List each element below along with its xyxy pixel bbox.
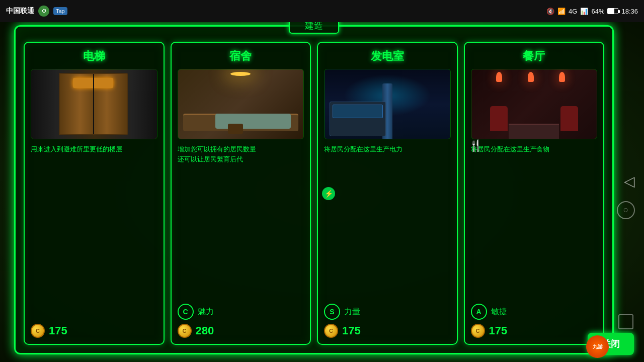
elevator-card[interactable]: 电梯 用来进入到避难所里更低的楼层 C 175 [24, 42, 165, 345]
time-display: 18:36 [621, 8, 638, 15]
power-image [324, 69, 451, 139]
elevator-seam [93, 74, 94, 134]
build-dialog: 建造 电梯 用来进入到避难所里更低的楼层 C 175 宿舍 [14, 25, 614, 354]
dormitory-stat: C 魅力 [178, 304, 304, 320]
power-stat-label: 力量 [344, 307, 360, 317]
dormitory-price: C 280 [178, 324, 304, 338]
cafeteria-price-value: 175 [489, 324, 508, 337]
elevator-door [59, 73, 128, 135]
cards-container: 电梯 用来进入到避难所里更低的楼层 C 175 宿舍 增加您可以拥有的居民数量 … [16, 27, 612, 353]
cafeteria-card[interactable]: 餐厅 🍴 将居民分配在这里生产食物 A 敏捷 C 175 [464, 42, 605, 345]
elevator-description: 用来进入到避难所里更低的楼层 [31, 144, 157, 320]
power-price-value: 175 [342, 324, 361, 337]
power-stat-badge: S [324, 304, 340, 320]
status-right: 🔇 📶 4G 📊 64% 18:36 [546, 8, 638, 15]
cafe-seat-1 [490, 106, 508, 131]
recent-nav-icon[interactable] [618, 314, 633, 329]
tap-icon: Tap [53, 7, 67, 15]
cafeteria-stat-badge: A [471, 304, 487, 320]
jiuyou-logo: 九游 [586, 335, 609, 358]
coin-icon-elevator: C [31, 324, 45, 338]
battery-icon [607, 8, 618, 14]
fork-icon: 🍴 [469, 139, 482, 152]
cafeteria-title: 餐厅 [471, 49, 598, 64]
cafeteria-image [471, 69, 598, 139]
cafeteria-stat-label: 敏捷 [491, 307, 507, 317]
power-description: 将居民分配在这里生产电力 [324, 144, 451, 300]
power-price: C 175 [324, 324, 451, 338]
cafe-light-2 [528, 72, 534, 82]
dormitory-card[interactable]: 宿舍 增加您可以拥有的居民数量 还可以让居民繁育后代 C 魅力 C 280 [171, 42, 311, 345]
dormitory-title: 宿舍 [178, 49, 304, 64]
signal-bars-icon: 📊 [580, 8, 588, 15]
cafe-light-3 [559, 72, 565, 82]
jiuyou-logo-text: 九游 [593, 343, 603, 350]
power-card[interactable]: 发电室 ⚡ 将居民分配在这里生产电力 S 力量 C 175 [317, 42, 458, 345]
mute-icon: 🔇 [546, 8, 554, 15]
power-screen [333, 105, 383, 118]
cafeteria-stat: A 敏捷 [471, 304, 598, 320]
power-machine [330, 102, 386, 136]
dormitory-price-value: 280 [196, 324, 214, 337]
power-title: 发电室 [324, 49, 451, 64]
signal-label: 4G [569, 8, 577, 15]
wifi-icon: 📶 [557, 8, 566, 15]
dormitory-description: 增加您可以拥有的居民数量 还可以让居民繁育后代 [178, 144, 304, 300]
battery-percent: 64% [591, 8, 604, 15]
dorm-light [230, 72, 251, 76]
dorm-table [228, 124, 243, 134]
cafeteria-price: C 175 [471, 324, 598, 338]
back-nav-icon[interactable]: ◁ [624, 173, 635, 190]
carrier-label: 中国联通 [6, 7, 34, 16]
dormitory-stat-label: 魅力 [198, 307, 214, 317]
dormitory-stat-badge: C [178, 304, 194, 320]
dorm-sofa [215, 114, 291, 129]
clock-icon: ⏱ [38, 6, 49, 17]
dormitory-image [178, 69, 304, 139]
home-nav-icon[interactable]: ○ [617, 201, 635, 219]
coin-icon-dormitory: C [178, 324, 192, 338]
elevator-price-value: 175 [49, 324, 67, 337]
status-left: 中国联通 ⏱ Tap [6, 6, 67, 17]
cafe-light-1 [496, 72, 502, 82]
cafe-seat-2 [560, 106, 578, 131]
cafeteria-description: 将居民分配在这里生产食物 [471, 144, 598, 300]
elevator-title: 电梯 [31, 49, 157, 64]
lightning-icon: ⚡ [322, 187, 335, 200]
cafe-counter [509, 124, 559, 139]
status-bar: 中国联通 ⏱ Tap 🔇 📶 4G 📊 64% 18:36 [0, 0, 644, 22]
coin-icon-power: C [324, 324, 338, 338]
elevator-price: C 175 [31, 324, 157, 338]
elevator-image [31, 69, 157, 139]
coin-icon-cafeteria: C [471, 324, 485, 338]
power-stat: S 力量 [324, 304, 451, 320]
